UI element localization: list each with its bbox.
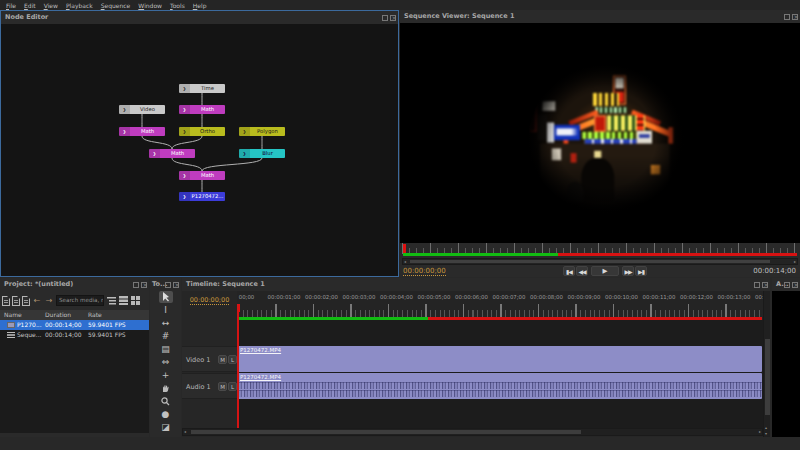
timeline-tracks-area[interactable]: P1270472.MP4P1270472.MP4 xyxy=(237,320,763,428)
rolling-tool[interactable]: # xyxy=(159,330,173,342)
menu-sequence[interactable]: Sequence xyxy=(97,1,135,10)
node-expand-icon[interactable]: ❯ xyxy=(119,105,130,114)
close-panel-icon[interactable] xyxy=(762,282,768,288)
ruler-timecode-label: 00:00:06;00 xyxy=(455,294,488,300)
track-header-video-1: Video 1ML xyxy=(182,346,237,372)
node-math[interactable]: ❯Math xyxy=(179,171,225,180)
viewer-current-timecode[interactable]: 00:00:00;00 xyxy=(403,267,446,276)
project-table-header[interactable]: NameDurationRate xyxy=(0,310,149,320)
float-panel-icon[interactable] xyxy=(382,15,388,21)
node-expand-icon[interactable]: ❯ xyxy=(149,149,160,158)
viewer-scrollbar[interactable] xyxy=(402,258,798,265)
video-clip[interactable]: P1270472.MP4 xyxy=(238,346,762,372)
column-header-name[interactable]: Name xyxy=(0,310,42,320)
node-time[interactable]: ❯Time xyxy=(179,84,225,93)
node-expand-icon[interactable]: ❯ xyxy=(239,149,250,158)
redo-button[interactable]: → xyxy=(44,296,54,306)
list-view-button[interactable] xyxy=(118,296,128,306)
node-math[interactable]: ❯Math xyxy=(119,127,165,136)
float-panel-icon[interactable] xyxy=(784,14,790,20)
close-panel-icon[interactable] xyxy=(173,282,179,288)
node-polygon[interactable]: ❯Polygon xyxy=(239,127,285,136)
save-project-button[interactable] xyxy=(22,296,30,306)
node-expand-icon[interactable]: ❯ xyxy=(119,127,130,136)
lock-track-button[interactable]: L xyxy=(228,355,237,364)
tools-panel: To... I↔#▤⇔+●◪ xyxy=(150,278,181,437)
lock-track-button[interactable]: L xyxy=(228,382,237,391)
menu-file[interactable]: File xyxy=(2,1,20,10)
edit-tool[interactable]: I xyxy=(159,304,173,316)
timeline-vertical-scrollbar[interactable] xyxy=(763,291,770,437)
ruler-timecode-label: 00:00:03;00 xyxy=(343,294,376,300)
node-video[interactable]: ❯Video xyxy=(119,105,165,114)
node-label: Polygon xyxy=(250,127,285,136)
mute-track-button[interactable]: M xyxy=(218,355,227,364)
ruler-timecode-label: 00:00:01;00 xyxy=(268,294,301,300)
tree-view-button[interactable] xyxy=(106,296,116,306)
menu-tools[interactable]: Tools xyxy=(166,1,189,10)
icon-view-button[interactable] xyxy=(130,296,140,306)
zoom-tool[interactable] xyxy=(159,395,173,407)
float-panel-icon[interactable] xyxy=(165,282,171,288)
play-button[interactable]: ▶ xyxy=(591,266,619,276)
node-ortho[interactable]: ❯Ortho xyxy=(179,127,225,136)
media-name: P1270... xyxy=(17,320,42,330)
float-panel-icon[interactable] xyxy=(133,282,139,288)
razor-tool[interactable]: ▤ xyxy=(159,343,173,355)
node-expand-icon[interactable]: ❯ xyxy=(179,84,190,93)
transition-tool[interactable]: ◪ xyxy=(159,421,173,433)
timeline-playhead[interactable] xyxy=(237,304,239,428)
node-expand-icon[interactable]: ❯ xyxy=(179,192,190,201)
close-panel-icon[interactable] xyxy=(792,282,798,288)
media-row[interactable]: Seque...00:00:14;0059.9401 FPS xyxy=(0,330,149,340)
node-p1270472[interactable]: ❯P1270472... xyxy=(179,192,225,201)
media-row[interactable]: P1270...00:00:14;0059.9401 FPS xyxy=(0,320,149,330)
viewer-cache-pending xyxy=(558,253,797,256)
timeline-current-timecode[interactable]: 00:00:00;00 xyxy=(182,296,237,304)
next-frame-button[interactable]: ▶▶ xyxy=(622,266,634,276)
menu-help[interactable]: Help xyxy=(189,1,211,10)
search-input[interactable]: Search media, m... xyxy=(56,295,104,306)
node-graph-canvas[interactable]: ❯Time❯Video❯Math❯Math❯Ortho❯Polygon❯Math… xyxy=(1,24,398,276)
vignette-mask xyxy=(400,23,800,243)
undo-button[interactable]: ← xyxy=(32,296,42,306)
mute-track-button[interactable]: M xyxy=(218,382,227,391)
open-project-button[interactable] xyxy=(12,296,20,306)
close-panel-icon[interactable] xyxy=(792,14,798,20)
record-tool[interactable]: ● xyxy=(159,408,173,420)
audio-clip[interactable]: P1270472.MP4 xyxy=(238,373,762,399)
menu-playback[interactable]: Playback xyxy=(62,1,97,10)
new-project-button[interactable] xyxy=(2,296,10,306)
ripple-tool[interactable]: ↔ xyxy=(159,317,173,329)
column-header-rate[interactable]: Rate xyxy=(85,310,149,320)
node-math[interactable]: ❯Math xyxy=(149,149,195,158)
go-to-start-button[interactable]: ▮◀ xyxy=(563,266,575,276)
node-math[interactable]: ❯Math xyxy=(179,105,225,114)
audio-monitor-panel: A... xyxy=(772,278,800,437)
node-expand-icon[interactable]: ❯ xyxy=(179,105,190,114)
pointer-tool[interactable] xyxy=(159,291,173,303)
close-panel-icon[interactable] xyxy=(390,15,396,21)
ruler-timecode-label: 00;00 xyxy=(239,294,255,300)
float-panel-icon[interactable] xyxy=(784,282,790,288)
slip-tool[interactable]: ⇔ xyxy=(159,356,173,368)
hand-tool[interactable] xyxy=(159,382,173,394)
go-to-end-button[interactable]: ▶▮ xyxy=(635,266,647,276)
timeline-horizontal-scrollbar[interactable] xyxy=(182,428,763,436)
menu-view[interactable]: View xyxy=(40,1,62,10)
timeline-ruler[interactable]: 00;0000:00:01;0000:00:02;0000:00:03;0000… xyxy=(237,291,763,320)
project-panel: Project: *(untitled) ← → Search media, m… xyxy=(0,278,149,437)
viewer-playhead[interactable] xyxy=(403,244,406,253)
node-blur[interactable]: ❯Blur xyxy=(239,149,285,158)
node-expand-icon[interactable]: ❯ xyxy=(239,127,250,136)
menu-window[interactable]: Window xyxy=(134,1,166,10)
node-expand-icon[interactable]: ❯ xyxy=(179,171,190,180)
prev-frame-button[interactable]: ◀◀ xyxy=(576,266,588,276)
node-expand-icon[interactable]: ❯ xyxy=(179,127,190,136)
close-panel-icon[interactable] xyxy=(141,282,147,288)
ruler-timecode-label: 00:00:10;00 xyxy=(605,294,638,300)
column-header-duration[interactable]: Duration xyxy=(42,310,85,320)
menu-edit[interactable]: Edit xyxy=(20,1,40,10)
float-panel-icon[interactable] xyxy=(754,282,760,288)
slide-tool[interactable]: + xyxy=(159,369,173,381)
